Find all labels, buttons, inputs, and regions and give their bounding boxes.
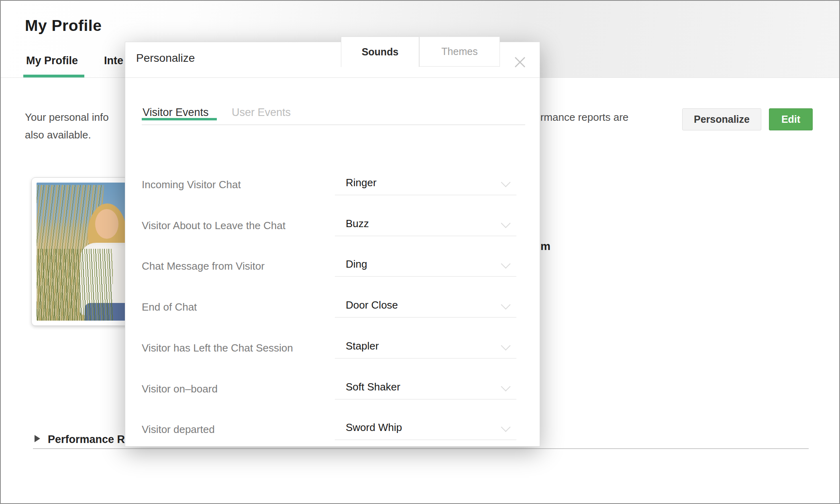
edit-button[interactable]: Edit xyxy=(769,108,813,130)
intro-text-line2: also available. xyxy=(25,128,91,142)
performance-divider xyxy=(33,448,809,449)
sound-dropdown[interactable]: Door Close xyxy=(335,296,516,318)
sound-row-label: Visitor has Left the Chat Session xyxy=(142,339,293,357)
profile-photo-card xyxy=(31,177,133,326)
tab-my-profile[interactable]: My Profile xyxy=(26,55,78,67)
photo-grass-foreground xyxy=(37,249,113,321)
chevron-down-icon xyxy=(501,218,510,228)
events-tab-bar: Visitor Events User Events xyxy=(142,98,525,125)
sound-row-visitor-departed: Visitor departed Sword Whip xyxy=(125,421,540,441)
tab-visitor-events-label: Visitor Events xyxy=(143,106,209,118)
sound-row-label: Visitor on–board xyxy=(142,380,218,398)
sound-dropdown-value: Buzz xyxy=(346,214,369,233)
chevron-down-icon xyxy=(501,300,510,309)
sound-row-chat-message-from-visitor: Chat Message from Visitor Ding xyxy=(125,257,540,278)
sound-row-label: Chat Message from Visitor xyxy=(142,257,265,275)
performance-section-label[interactable]: Performance R xyxy=(48,433,125,446)
sound-dropdown-value: Ding xyxy=(346,255,367,273)
sound-dropdown[interactable]: Buzz xyxy=(335,214,516,236)
sound-row-label: Visitor About to Leave the Chat xyxy=(142,217,285,234)
expand-triangle-icon[interactable] xyxy=(35,435,40,442)
intro-text-line1-left: Your personal info xyxy=(25,110,109,124)
visitor-events-active-underline xyxy=(142,118,217,120)
personalize-button[interactable]: Personalize xyxy=(682,108,761,130)
sound-dropdown[interactable]: Stapler xyxy=(335,337,516,359)
sound-row-label: Visitor departed xyxy=(142,421,215,438)
tab-visitor-events[interactable]: Visitor Events xyxy=(143,106,209,119)
chevron-down-icon xyxy=(501,382,510,391)
chevron-down-icon xyxy=(501,259,510,268)
modal-header: Personalize Sounds Themes xyxy=(125,42,540,78)
sound-dropdown-value: Sword Whip xyxy=(346,418,402,437)
close-button[interactable] xyxy=(512,54,528,70)
sound-dropdown[interactable]: Ding xyxy=(335,255,516,277)
sound-dropdown-value: Ringer xyxy=(346,173,377,192)
profile-photo xyxy=(37,183,127,321)
chevron-down-icon xyxy=(501,341,510,350)
tab-integrations[interactable]: Inte xyxy=(104,55,123,67)
sound-dropdown[interactable]: Soft Shaker xyxy=(335,378,516,400)
modal-title: Personalize xyxy=(136,52,195,65)
tab-user-events[interactable]: User Events xyxy=(232,106,291,119)
sound-row-visitor-on-board: Visitor on–board Soft Shaker xyxy=(125,380,540,400)
sound-row-visitor-about-to-leave: Visitor About to Leave the Chat Buzz xyxy=(125,217,540,237)
sound-dropdown[interactable]: Sword Whip xyxy=(335,418,516,440)
tab-sounds[interactable]: Sounds xyxy=(341,37,419,67)
sound-dropdown-value: Stapler xyxy=(346,337,379,355)
sound-row-incoming-visitor-chat: Incoming Visitor Chat Ringer xyxy=(125,176,540,196)
sound-row-label: Incoming Visitor Chat xyxy=(142,176,241,193)
tab-themes[interactable]: Themes xyxy=(419,37,500,67)
email-fragment: m xyxy=(540,240,550,253)
sound-row-label: End of Chat xyxy=(142,298,197,316)
sound-dropdown[interactable]: Ringer xyxy=(335,173,516,195)
sound-row-end-of-chat: End of Chat Door Close xyxy=(125,298,540,319)
personalize-modal: Personalize Sounds Themes Visitor Events… xyxy=(125,42,540,447)
chevron-down-icon xyxy=(501,177,510,187)
active-tab-underline xyxy=(23,75,84,77)
sound-row-visitor-left-session: Visitor has Left the Chat Session Staple… xyxy=(125,339,540,360)
photo-person-face xyxy=(95,209,118,239)
sound-dropdown-value: Door Close xyxy=(346,296,398,314)
chevron-down-icon xyxy=(501,422,510,432)
intro-text-line1-right: formance reports are xyxy=(532,110,628,124)
screen: My Profile My Profile Inte Your personal… xyxy=(0,0,840,504)
close-icon xyxy=(513,55,527,69)
sound-dropdown-value: Soft Shaker xyxy=(346,378,400,396)
page-title: My Profile xyxy=(25,17,102,35)
